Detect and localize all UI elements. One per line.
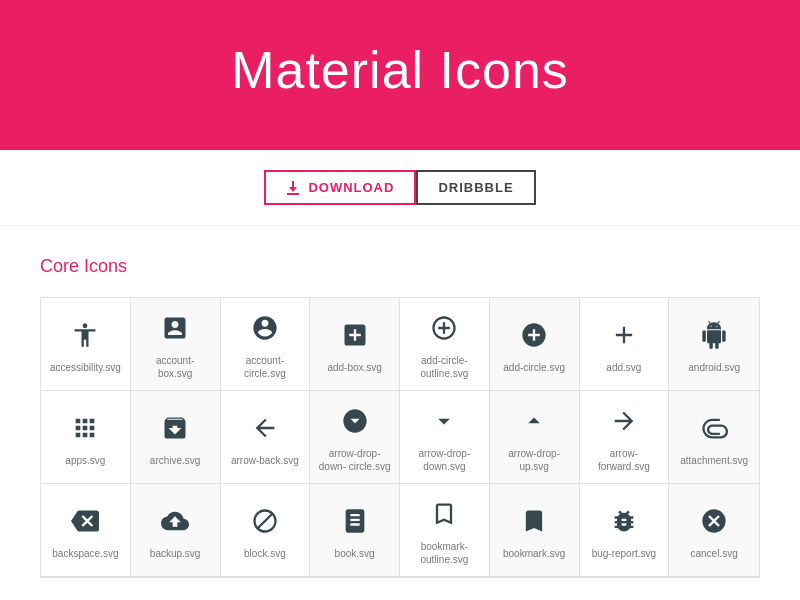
icon-label: arrow-drop- down.svg — [408, 447, 481, 473]
bookmark-icon — [520, 507, 548, 547]
backspace-icon — [71, 507, 99, 547]
block-icon — [251, 507, 279, 547]
svg-marker-1 — [289, 187, 297, 192]
accessibility-icon — [71, 321, 99, 361]
icon-label: arrow-forward.svg — [588, 447, 661, 473]
icon-cell-add_box[interactable]: add-box.svg — [310, 298, 400, 391]
icon-cell-bookmark[interactable]: bookmark.svg — [490, 484, 580, 577]
icon-cell-arrow_forward[interactable]: arrow-forward.svg — [580, 391, 670, 484]
add_box-icon — [341, 321, 369, 361]
icon-cell-arrow_drop_down_circle[interactable]: arrow-drop-down- circle.svg — [310, 391, 400, 484]
account_circle-icon — [251, 314, 279, 354]
icon-label: add-box.svg — [327, 361, 381, 374]
arrow_drop_up-icon — [520, 407, 548, 447]
download-arrow-icon — [286, 181, 300, 195]
icon-cell-android[interactable]: android.svg — [669, 298, 759, 391]
arrow_drop_down_circle-icon — [341, 407, 369, 447]
icon-label: accessibility.svg — [50, 361, 121, 374]
icon-cell-account_box[interactable]: account-box.svg — [131, 298, 221, 391]
icon-cell-backup[interactable]: backup.svg — [131, 484, 221, 577]
icons-grid: accessibility.svgaccount-box.svgaccount-… — [40, 297, 760, 578]
icon-cell-apps[interactable]: apps.svg — [41, 391, 131, 484]
icon-label: bookmark- outline.svg — [408, 540, 481, 566]
arrow_drop_down-icon — [430, 407, 458, 447]
icon-cell-add_circle_outline[interactable]: add-circle- outline.svg — [400, 298, 490, 391]
android-icon — [700, 321, 728, 361]
icon-label: apps.svg — [65, 454, 105, 467]
account_box-icon — [161, 314, 189, 354]
icon-label: bookmark.svg — [503, 547, 565, 560]
cancel-icon — [700, 507, 728, 547]
action-buttons-bar: DOWNLOAD DRIBBBLE — [0, 150, 800, 226]
icon-cell-attachment[interactable]: attachment.svg — [669, 391, 759, 484]
icon-cell-book[interactable]: book.svg — [310, 484, 400, 577]
add-icon — [610, 321, 638, 361]
icon-label: arrow-drop-up.svg — [498, 447, 571, 473]
icon-label: bug-report.svg — [592, 547, 656, 560]
icon-label: book.svg — [335, 547, 375, 560]
icon-cell-account_circle[interactable]: account-circle.svg — [221, 298, 311, 391]
add_circle_outline-icon — [430, 314, 458, 354]
icon-cell-block[interactable]: block.svg — [221, 484, 311, 577]
backup-icon — [161, 507, 189, 547]
apps-icon — [71, 414, 99, 454]
download-button[interactable]: DOWNLOAD — [264, 170, 416, 205]
arrow_forward-icon — [610, 407, 638, 447]
arrow_back-icon — [251, 414, 279, 454]
icon-cell-arrow_drop_up[interactable]: arrow-drop-up.svg — [490, 391, 580, 484]
header: Material Icons — [0, 0, 800, 150]
book-icon — [341, 507, 369, 547]
icon-label: backspace.svg — [52, 547, 118, 560]
icon-cell-add[interactable]: add.svg — [580, 298, 670, 391]
attachment-icon — [700, 414, 728, 454]
icon-cell-arrow_back[interactable]: arrow-back.svg — [221, 391, 311, 484]
archive-icon — [161, 414, 189, 454]
icon-cell-accessibility[interactable]: accessibility.svg — [41, 298, 131, 391]
main-content: Core Icons accessibility.svgaccount-box.… — [0, 226, 800, 600]
icon-label: backup.svg — [150, 547, 201, 560]
bookmark_outline-icon — [430, 500, 458, 540]
dribbble-button[interactable]: DRIBBBLE — [416, 170, 535, 205]
icon-cell-backspace[interactable]: backspace.svg — [41, 484, 131, 577]
icon-label: arrow-drop-down- circle.svg — [318, 447, 391, 473]
icon-label: cancel.svg — [691, 547, 738, 560]
icon-cell-bug_report[interactable]: bug-report.svg — [580, 484, 670, 577]
icon-label: add-circle.svg — [503, 361, 565, 374]
icon-cell-archive[interactable]: archive.svg — [131, 391, 221, 484]
icon-cell-cancel[interactable]: cancel.svg — [669, 484, 759, 577]
icon-label: add.svg — [606, 361, 641, 374]
icon-cell-bookmark_outline[interactable]: bookmark- outline.svg — [400, 484, 490, 577]
icon-label: block.svg — [244, 547, 286, 560]
icon-label: account-circle.svg — [229, 354, 302, 380]
icon-label: archive.svg — [150, 454, 201, 467]
icon-label: android.svg — [688, 361, 740, 374]
download-icon — [286, 181, 300, 195]
icon-cell-arrow_drop_down[interactable]: arrow-drop- down.svg — [400, 391, 490, 484]
icon-label: attachment.svg — [680, 454, 748, 467]
svg-rect-2 — [287, 193, 299, 195]
bug_report-icon — [610, 507, 638, 547]
add_circle-icon — [520, 321, 548, 361]
icon-label: arrow-back.svg — [231, 454, 299, 467]
icon-label: add-circle- outline.svg — [408, 354, 481, 380]
section-title: Core Icons — [40, 246, 760, 277]
icon-cell-add_circle[interactable]: add-circle.svg — [490, 298, 580, 391]
icon-label: account-box.svg — [139, 354, 212, 380]
page-title: Material Icons — [20, 40, 780, 100]
